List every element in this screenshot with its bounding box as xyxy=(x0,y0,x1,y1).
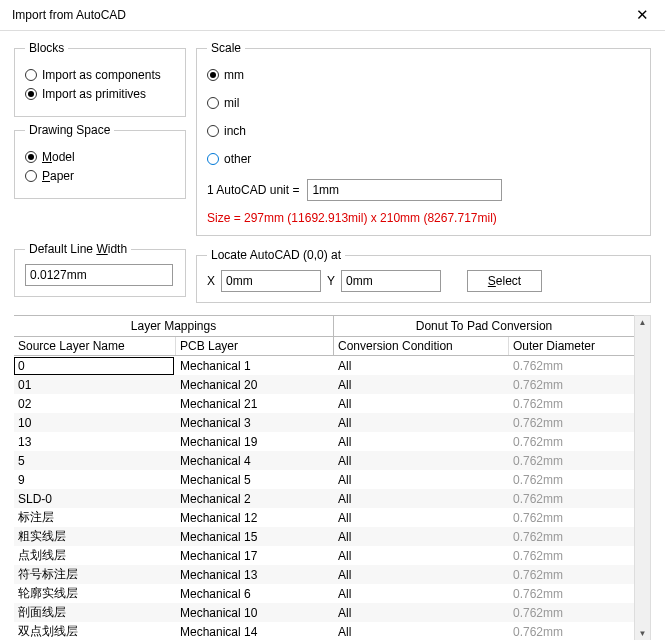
cell-cond: All xyxy=(334,566,509,584)
radio-label: mil xyxy=(224,96,239,110)
cell-cond: All xyxy=(334,604,509,622)
cell-outer: 0.762mm xyxy=(509,376,634,394)
table-row[interactable]: 点划线层Mechanical 17All0.762mm xyxy=(14,546,634,565)
radio-label: other xyxy=(224,152,251,166)
locate-legend: Locate AutoCAD (0,0) at xyxy=(207,248,345,262)
radio-paper[interactable]: Paper xyxy=(25,169,175,183)
cell-pcb: Mechanical 2 xyxy=(176,490,334,508)
radio-other[interactable]: other xyxy=(207,152,640,166)
table-row[interactable]: 13Mechanical 19All0.762mm xyxy=(14,432,634,451)
cell-pcb: Mechanical 15 xyxy=(176,528,334,546)
drawing-space-legend: Drawing Space xyxy=(25,123,114,137)
cell-outer: 0.762mm xyxy=(509,566,634,584)
select-button[interactable]: Select xyxy=(467,270,542,292)
radio-inch[interactable]: inch xyxy=(207,124,640,138)
cell-pcb: Mechanical 3 xyxy=(176,414,334,432)
vertical-scrollbar[interactable]: ▲ ▼ xyxy=(634,315,651,640)
table-row[interactable]: 0Mechanical 1All0.762mm xyxy=(14,356,634,375)
default-line-width-input[interactable] xyxy=(25,264,173,286)
cell-cond: All xyxy=(334,395,509,413)
blocks-group: Blocks Import as components Import as pr… xyxy=(14,41,186,117)
y-label: Y xyxy=(327,274,335,288)
cell-outer: 0.762mm xyxy=(509,471,634,489)
cell-pcb: Mechanical 14 xyxy=(176,623,334,641)
radio-import-components[interactable]: Import as components xyxy=(25,68,175,82)
cell-cond: All xyxy=(334,433,509,451)
cell-outer: 0.762mm xyxy=(509,623,634,641)
table-row[interactable]: 粗实线层Mechanical 15All0.762mm xyxy=(14,527,634,546)
source-layer-edit[interactable]: 0 xyxy=(14,357,174,375)
cell-cond: All xyxy=(334,623,509,641)
scroll-down-icon: ▼ xyxy=(639,629,647,638)
radio-label: Import as components xyxy=(42,68,161,82)
dialog-content: Blocks Import as components Import as pr… xyxy=(0,31,665,640)
radio-icon xyxy=(207,153,219,165)
table-row[interactable]: 01Mechanical 20All0.762mm xyxy=(14,375,634,394)
cell-src: 双点划线层 xyxy=(14,621,176,640)
radio-icon xyxy=(25,170,37,182)
cell-pcb: Mechanical 17 xyxy=(176,547,334,565)
cell-pcb: Mechanical 6 xyxy=(176,585,334,603)
cell-outer: 0.762mm xyxy=(509,604,634,622)
cell-src: 轮廓实线层 xyxy=(14,583,176,604)
scale-legend: Scale xyxy=(207,41,245,55)
cell-src: 5 xyxy=(14,452,176,470)
cell-src: SLD-0 xyxy=(14,490,176,508)
locate-y-input[interactable] xyxy=(341,270,441,292)
radio-icon xyxy=(25,151,37,163)
col-source-layer[interactable]: Source Layer Name xyxy=(14,337,176,355)
scroll-up-icon: ▲ xyxy=(639,318,647,327)
col-pcb-layer[interactable]: PCB Layer xyxy=(176,337,334,355)
blocks-legend: Blocks xyxy=(25,41,68,55)
cell-cond: All xyxy=(334,357,509,375)
cell-pcb: Mechanical 10 xyxy=(176,604,334,622)
default-line-width-group: Default Line Width xyxy=(14,242,186,297)
cell-cond: All xyxy=(334,414,509,432)
radio-model[interactable]: Model xyxy=(25,150,175,164)
size-text: Size = 297mm (11692.913mil) x 210mm (826… xyxy=(207,211,640,225)
radio-mil[interactable]: mil xyxy=(207,96,640,110)
close-icon[interactable]: ✕ xyxy=(630,6,655,24)
drawing-space-group: Drawing Space Model Paper xyxy=(14,123,186,199)
cell-cond: All xyxy=(334,547,509,565)
cell-src: 符号标注层 xyxy=(14,564,176,585)
radio-mm[interactable]: mm xyxy=(207,68,640,82)
radio-icon xyxy=(25,88,37,100)
locate-group: Locate AutoCAD (0,0) at X Y Select xyxy=(196,248,651,303)
table-row[interactable]: 标注层Mechanical 12All0.762mm xyxy=(14,508,634,527)
cell-outer: 0.762mm xyxy=(509,414,634,432)
dialog-title: Import from AutoCAD xyxy=(12,8,126,22)
table-row[interactable]: 轮廓实线层Mechanical 6All0.762mm xyxy=(14,584,634,603)
cell-outer: 0.762mm xyxy=(509,528,634,546)
cell-src: 剖面线层 xyxy=(14,602,176,623)
cell-cond: All xyxy=(334,471,509,489)
table-row[interactable]: 10Mechanical 3All0.762mm xyxy=(14,413,634,432)
radio-icon xyxy=(207,69,219,81)
cell-outer: 0.762mm xyxy=(509,395,634,413)
unit-input[interactable] xyxy=(307,179,502,201)
cell-pcb: Mechanical 5 xyxy=(176,471,334,489)
cell-pcb: Mechanical 12 xyxy=(176,509,334,527)
table-row[interactable]: 5Mechanical 4All0.762mm xyxy=(14,451,634,470)
table-row[interactable]: 符号标注层Mechanical 13All0.762mm xyxy=(14,565,634,584)
titlebar: Import from AutoCAD ✕ xyxy=(0,0,665,31)
unit-label: 1 AutoCAD unit = xyxy=(207,183,299,197)
cell-cond: All xyxy=(334,528,509,546)
table-row[interactable]: 02Mechanical 21All0.762mm xyxy=(14,394,634,413)
radio-import-primitives[interactable]: Import as primitives xyxy=(25,87,175,101)
locate-x-input[interactable] xyxy=(221,270,321,292)
radio-label: Paper xyxy=(42,169,74,183)
cell-src: 9 xyxy=(14,471,176,489)
col-outer-diameter[interactable]: Outer Diameter xyxy=(509,337,634,355)
cell-outer: 0.762mm xyxy=(509,357,634,375)
cell-cond: All xyxy=(334,509,509,527)
col-conversion-condition[interactable]: Conversion Condition xyxy=(334,337,509,355)
cell-pcb: Mechanical 21 xyxy=(176,395,334,413)
table-row[interactable]: 9Mechanical 5All0.762mm xyxy=(14,470,634,489)
cell-outer: 0.762mm xyxy=(509,509,634,527)
cell-src: 10 xyxy=(14,414,176,432)
table-row[interactable]: SLD-0Mechanical 2All0.762mm xyxy=(14,489,634,508)
table-row[interactable]: 剖面线层Mechanical 10All0.762mm xyxy=(14,603,634,622)
table-row[interactable]: 双点划线层Mechanical 14All0.762mm xyxy=(14,622,634,640)
cell-outer: 0.762mm xyxy=(509,433,634,451)
